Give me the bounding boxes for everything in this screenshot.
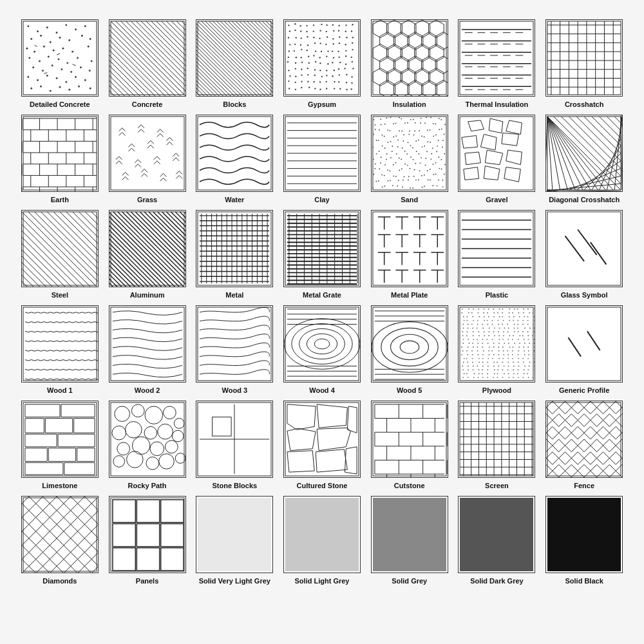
svg-point-995 [502,324,503,325]
tile-steel[interactable]: Steel [19,210,100,299]
svg-point-218 [339,43,340,44]
tile-stone-blocks[interactable]: Stone Blocks [194,401,275,489]
svg-point-166 [308,62,310,64]
tile-plywood[interactable]: Plywood [457,305,538,394]
svg-point-454 [403,134,404,135]
svg-point-31 [52,64,53,66]
tile-screen[interactable]: Screen [457,401,538,489]
tile-gypsum[interactable]: Gypsum [281,19,363,108]
tile-concrete[interactable]: Concrete [107,19,188,108]
tile-label-wood1: Wood 1 [47,386,73,394]
svg-point-919 [482,324,483,325]
svg-point-216 [338,30,339,32]
tile-generic-profile[interactable]: Generic Profile [544,305,625,394]
tile-gravel[interactable]: Gravel [457,115,538,204]
svg-point-923 [482,339,484,340]
tile-preview-wood3 [196,305,273,383]
tile-solid-dark-grey[interactable]: Solid Dark Grey [457,496,538,585]
svg-point-225 [339,88,341,90]
svg-point-239 [352,37,354,38]
svg-point-1039 [513,346,514,348]
svg-point-1078 [524,350,525,352]
tile-metal-plate[interactable]: Metal Plate [369,210,450,299]
svg-point-1114 [534,343,535,344]
svg-point-1098 [529,354,530,355]
tile-diagonal-crosshatch[interactable]: Diagonal Crosshatch [544,115,625,204]
svg-point-878 [471,312,473,314]
tile-blocks[interactable]: Blocks [194,19,275,108]
tile-diamonds[interactable]: Diamonds [19,496,100,585]
tile-metal[interactable]: Metal [194,210,275,299]
svg-point-15 [26,48,28,50]
tile-solid-black[interactable]: Solid Black [544,496,625,585]
tile-glass-symbol[interactable]: Glass Symbol [544,210,625,299]
svg-point-179 [314,75,316,76]
tile-rocky-path[interactable]: Rocky Path [107,401,188,489]
tile-wood3[interactable]: Wood 3 [194,305,275,394]
svg-point-25 [57,58,59,60]
tile-limestone[interactable]: Limestone [19,401,100,489]
svg-point-394 [375,163,376,164]
tile-earth[interactable]: Earth [19,115,100,204]
tile-solid-light-grey[interactable]: Solid Light Grey [281,496,363,585]
svg-point-34 [80,66,82,68]
svg-point-141 [294,44,296,45]
svg-point-501 [418,179,419,180]
svg-point-244 [352,68,354,69]
svg-point-470 [406,153,408,155]
svg-point-453 [401,131,402,132]
tile-wood4[interactable]: Wood 4 [281,305,363,394]
svg-point-527 [430,179,431,180]
svg-point-1042 [512,358,513,359]
svg-rect-707 [198,212,271,285]
tile-sand[interactable]: Sand [369,115,450,204]
tile-grid: Detailed ConcreteConcreteBlocksGypsumIns… [13,13,631,591]
svg-point-876 [468,377,469,378]
tile-plastic[interactable]: Plastic [457,210,538,299]
svg-point-468 [407,142,408,143]
tile-aluminum[interactable]: Aluminum [107,210,188,299]
tile-insulation[interactable]: Insulation [369,19,450,108]
tile-preview-sand [371,115,448,192]
tile-preview-panels [109,496,186,573]
tile-panels[interactable]: Panels [107,496,188,585]
svg-point-463 [402,186,403,187]
tile-wood2[interactable]: Wood 2 [107,305,188,394]
tile-preview-grass [109,115,186,192]
tile-water[interactable]: Water [194,115,275,204]
svg-point-535 [436,151,437,152]
tile-thermal-insulation[interactable]: Thermal Insulation [457,19,538,108]
svg-point-507 [427,141,428,142]
svg-point-882 [473,327,474,328]
tile-label-gypsum: Gypsum [308,100,336,108]
svg-point-143 [296,57,297,58]
tile-wood5[interactable]: Wood 5 [369,305,450,394]
tile-solid-grey[interactable]: Solid Grey [369,496,450,585]
svg-point-404 [381,146,383,147]
svg-point-930 [483,365,484,366]
svg-point-947 [488,358,489,359]
svg-point-410 [378,180,379,182]
tile-detailed-concrete[interactable]: Detailed Concrete [19,19,100,108]
svg-point-491 [420,122,421,124]
tile-cutstone[interactable]: Cutstone [369,401,450,489]
svg-point-541 [436,185,437,187]
tile-solid-very-light-grey[interactable]: Solid Very Light Grey [194,496,275,585]
tile-clay[interactable]: Clay [281,115,363,204]
svg-point-213 [334,81,335,82]
svg-point-224 [338,81,339,82]
svg-point-487 [413,176,415,177]
tile-fence[interactable]: Fence [544,401,625,489]
tile-crosshatch[interactable]: Crosshatch [544,19,625,108]
svg-point-441 [395,135,397,137]
tile-cultured-stone[interactable]: Cultured Stone [281,401,363,489]
svg-point-1026 [507,369,509,370]
svg-point-844 [463,327,464,328]
tile-preview-glass-symbol [545,210,623,287]
tile-grass[interactable]: Grass [107,115,188,204]
svg-point-178 [314,69,316,70]
svg-point-1056 [518,339,519,340]
svg-point-161 [306,31,307,32]
tile-metal-grate[interactable]: Metal Grate [281,210,363,299]
tile-wood1[interactable]: Wood 1 [19,305,100,394]
